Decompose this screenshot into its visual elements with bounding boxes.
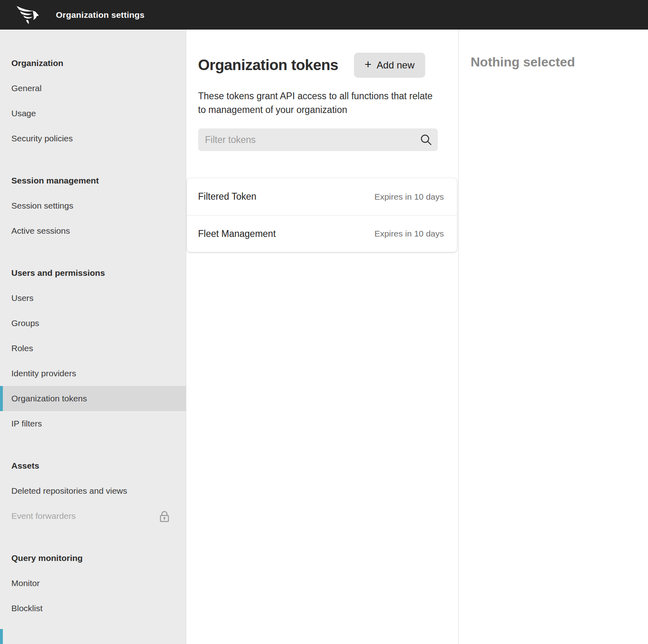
sidebar-item-active-sessions[interactable]: Active sessions [0, 218, 186, 243]
filter-tokens-field [198, 128, 438, 151]
token-list: Filtered Token Expires in 10 days Fleet … [187, 178, 457, 252]
filter-tokens-input[interactable] [198, 128, 438, 151]
sidebar-section-assets: Assets [0, 453, 186, 478]
token-expiry: Expires in 10 days [374, 229, 444, 239]
sidebar-item-roles[interactable]: Roles [0, 336, 186, 361]
sidebar-item-groups[interactable]: Groups [0, 311, 186, 336]
page-title: Organization tokens [198, 53, 338, 78]
sidebar-section-query-monitoring: Query monitoring [0, 546, 186, 571]
sidebar-item-event-forwarders: Event forwarders [0, 503, 186, 529]
add-new-button[interactable]: + Add new [354, 53, 425, 78]
search-icon [420, 134, 432, 146]
sidebar-item-general[interactable]: General [0, 76, 186, 101]
token-row-fleet-management[interactable]: Fleet Management Expires in 10 days [187, 215, 457, 252]
sidebar-item-blocklist[interactable]: Blocklist [0, 596, 186, 621]
lock-icon [158, 510, 171, 522]
settings-sidebar: Organization General Usage Security poli… [0, 30, 186, 644]
organization-tokens-panel: Organization tokens + Add new These toke… [186, 30, 459, 644]
sidebar-item-organization-tokens[interactable]: Organization tokens [0, 386, 186, 411]
crowdstrike-falcon-logo-icon [16, 5, 39, 25]
sidebar-section-organization: Organization [0, 51, 186, 76]
add-new-button-label: Add new [377, 60, 414, 71]
sidebar-item-identity-providers[interactable]: Identity providers [0, 361, 186, 386]
sidebar-section-users-permissions: Users and permissions [0, 260, 186, 286]
sidebar-scrollbar-thumb[interactable] [0, 629, 3, 644]
sidebar-item-label: Event forwarders [11, 511, 76, 521]
token-name: Fleet Management [198, 228, 276, 239]
plus-icon: + [364, 59, 371, 70]
tokens-description: These tokens grant API access to all fun… [198, 89, 435, 117]
topbar: Organization settings [0, 0, 648, 30]
sidebar-item-users[interactable]: Users [0, 286, 186, 311]
app-title: Organization settings [56, 0, 145, 30]
sidebar-item-session-settings[interactable]: Session settings [0, 193, 186, 218]
sidebar-item-monitor[interactable]: Monitor [0, 571, 186, 596]
token-name: Filtered Token [198, 191, 256, 202]
sidebar-item-usage[interactable]: Usage [0, 101, 186, 126]
token-expiry: Expires in 10 days [374, 192, 444, 202]
sidebar-section-session-management: Session management [0, 168, 186, 193]
sidebar-item-security-policies[interactable]: Security policies [0, 126, 186, 151]
token-row-filtered-token[interactable]: Filtered Token Expires in 10 days [187, 178, 457, 215]
sidebar-item-deleted-repositories[interactable]: Deleted repositories and views [0, 478, 186, 503]
nothing-selected-text: Nothing selected [471, 55, 648, 70]
sidebar-item-ip-filters[interactable]: IP filters [0, 411, 186, 436]
token-detail-panel: Nothing selected [459, 30, 648, 644]
